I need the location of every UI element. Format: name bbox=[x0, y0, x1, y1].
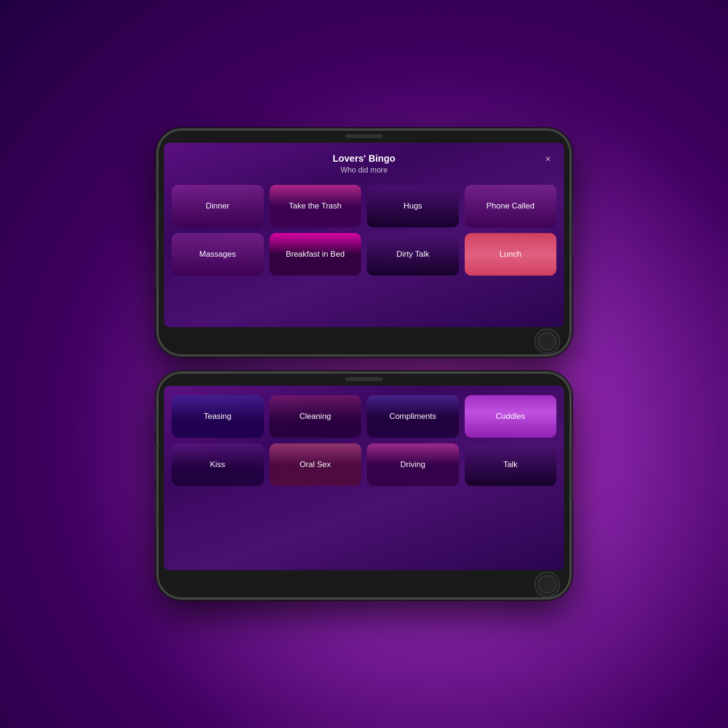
phone-speaker-2 bbox=[345, 377, 383, 381]
bingo-cell-p2-4[interactable]: Kiss bbox=[172, 443, 264, 486]
bingo-cell-4[interactable]: Massages bbox=[172, 233, 264, 276]
phone-screen-1: Lovers' Bingo Who did more × DinnerTake … bbox=[164, 143, 564, 327]
side-button-vol-up-2 bbox=[155, 443, 157, 481]
bingo-cell-p2-2[interactable]: Compliments bbox=[367, 395, 459, 438]
app-subtitle: Who did more bbox=[173, 166, 555, 174]
side-button-vol-down-2 bbox=[155, 491, 157, 529]
bingo-cell-2[interactable]: Hugs bbox=[367, 185, 459, 227]
phone-device-1: Lovers' Bingo Who did more × DinnerTake … bbox=[156, 128, 572, 357]
phone-bottom-bar-2 bbox=[157, 570, 571, 598]
phone-top-bar-2 bbox=[157, 373, 571, 386]
home-button[interactable] bbox=[534, 329, 560, 355]
bingo-cell-p2-6[interactable]: Driving bbox=[367, 443, 459, 486]
side-button-mute bbox=[155, 167, 157, 191]
side-button-vol-down bbox=[155, 248, 157, 286]
bingo-cell-p2-3[interactable]: Cuddles bbox=[465, 395, 557, 438]
phone-speaker bbox=[345, 134, 383, 138]
bingo-cell-3[interactable]: Phone Called bbox=[465, 185, 557, 227]
bingo-cell-p2-5[interactable]: Oral Sex bbox=[269, 443, 362, 486]
bingo-cell-0[interactable]: Dinner bbox=[172, 185, 264, 227]
phone-bottom-bar-1 bbox=[157, 327, 571, 355]
bingo-cell-1[interactable]: Take the Trash bbox=[269, 185, 362, 227]
home-button-2[interactable] bbox=[534, 572, 560, 598]
phone-top-bar bbox=[157, 130, 571, 143]
phone-device-2: TeasingCleaningComplimentsCuddlesKissOra… bbox=[156, 371, 572, 600]
close-button[interactable]: × bbox=[541, 152, 555, 165]
bingo-cell-p2-0[interactable]: Teasing bbox=[172, 395, 264, 438]
side-button-power bbox=[571, 205, 573, 257]
bingo-cell-7[interactable]: Lunch bbox=[465, 233, 557, 276]
screen-header: Lovers' Bingo Who did more × bbox=[164, 143, 564, 180]
phone-screen-2: TeasingCleaningComplimentsCuddlesKissOra… bbox=[164, 386, 564, 570]
bingo-cell-p2-1[interactable]: Cleaning bbox=[269, 395, 362, 438]
bingo-grid-1: DinnerTake the TrashHugsPhone CalledMass… bbox=[164, 180, 564, 285]
app-title: Lovers' Bingo bbox=[173, 153, 555, 164]
bingo-grid-2: TeasingCleaningComplimentsCuddlesKissOra… bbox=[164, 386, 564, 495]
bingo-cell-6[interactable]: Dirty Talk bbox=[367, 233, 459, 276]
side-button-power-2 bbox=[571, 448, 573, 500]
bingo-cell-5[interactable]: Breakfast in Bed bbox=[269, 233, 362, 276]
side-button-mute-2 bbox=[155, 410, 157, 434]
side-button-vol-up bbox=[155, 200, 157, 238]
bingo-cell-p2-7[interactable]: Talk bbox=[465, 443, 557, 486]
